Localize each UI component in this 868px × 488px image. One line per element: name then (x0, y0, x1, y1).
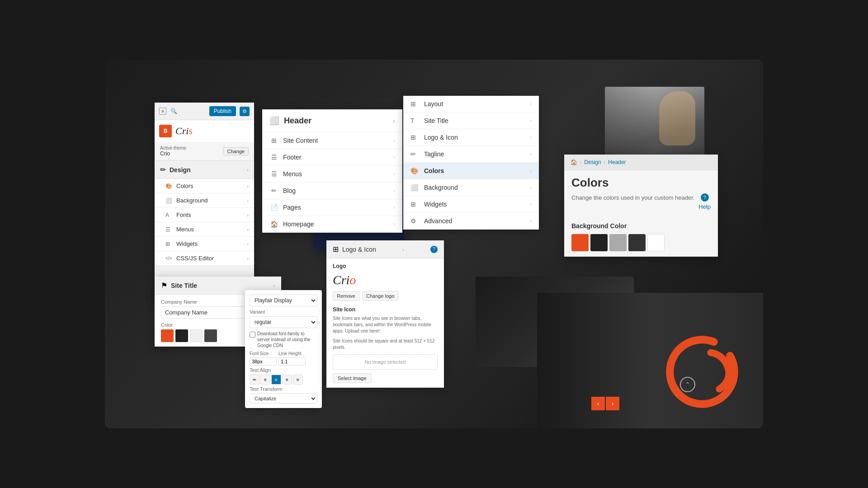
header-item-site-content[interactable]: ⊞ Site Content › (262, 132, 402, 149)
pages-label: Pages (283, 204, 301, 211)
sidebar-item-colors[interactable]: 🎨 Colors › (155, 179, 254, 193)
font-size-label: Font Size (250, 351, 277, 356)
carousel-next-button[interactable]: › (606, 397, 619, 410)
layout-label: Layout (424, 100, 443, 108)
site-icon-title: Site Icon (333, 306, 438, 313)
carousel-prev-button[interactable]: ‹ (591, 397, 605, 410)
colors-chevron-icon: › (247, 183, 249, 189)
align-edit-button[interactable]: ✏ (250, 375, 259, 385)
close-button[interactable]: ✕ (159, 108, 166, 115)
playfair-panel: Playfair Display Variant regular Downloa… (245, 290, 322, 408)
swatch-gray[interactable] (609, 234, 627, 251)
colors-item-advanced[interactable]: ⚙ Advanced › (403, 213, 539, 230)
blog-chevron-icon: › (393, 188, 395, 194)
logo-icon-box: B (159, 125, 172, 137)
fonts-label: Fonts (176, 211, 191, 218)
logo-icon-letter: B (164, 128, 168, 134)
align-justify-button[interactable]: ≡ (293, 375, 303, 385)
header-menus-chevron-icon: › (393, 171, 395, 177)
orange-logo-area (659, 329, 745, 415)
swatch-white[interactable] (647, 234, 665, 251)
logo-icon-sub-label: Logo & Icon (342, 246, 376, 253)
breadcrumb-home-icon: 🏠 (571, 159, 577, 165)
sidebar-item-menus[interactable]: ☰ Menus › (155, 222, 254, 237)
colors-item-tagline[interactable]: ✏ Tagline › (403, 146, 539, 163)
colors-description-text: Change the colors used in your custom he… (571, 193, 695, 202)
swatch-dark[interactable] (590, 234, 608, 251)
site-icon-size-note: Site Icons should be square and at least… (333, 338, 438, 351)
header-item-blog[interactable]: ✏ Blog › (262, 183, 402, 199)
sidebar-item-fonts[interactable]: A Fonts › (155, 208, 254, 222)
variant-select[interactable]: regular (250, 316, 317, 328)
sidebar-logo-area: B Cris (155, 120, 254, 142)
site-title-flag-icon: ⚑ (161, 281, 167, 290)
logo-icon-sub-header[interactable]: ⊞ Logo & Icon › ? (326, 240, 444, 258)
help-button[interactable]: ? (701, 193, 709, 202)
colors-item-logo-icon[interactable]: ⊞ Logo & Icon › (403, 129, 539, 146)
menus-label: Menus (176, 226, 194, 233)
sidebar-item-cssjs[interactable]: </> CSS/JS Editor › (155, 251, 254, 266)
site-title-menu-chevron-icon: › (530, 117, 532, 124)
colors-item-site-title[interactable]: T Site Title › (403, 113, 539, 129)
menus-chevron-icon: › (247, 227, 249, 232)
text-align-label: Text Align (250, 367, 317, 373)
logo-icon-help-icon[interactable]: ? (430, 246, 438, 253)
homepage-icon: 🏠 (269, 221, 278, 228)
colors-detail-title: Colors (564, 170, 718, 193)
help-link[interactable]: Help (698, 202, 711, 211)
colors-item-background[interactable]: ⬜ Background › (403, 179, 539, 196)
site-icon-desc: Site Icons are what you see in browser t… (333, 315, 438, 334)
site-content-chevron-icon: › (393, 137, 395, 144)
colors-item-widgets[interactable]: ⊞ Widgets › (403, 196, 539, 213)
align-center-button[interactable]: ≡ (271, 375, 281, 385)
header-item-pages[interactable]: 📄 Pages › (262, 199, 402, 216)
widgets-menu-label: Widgets (424, 201, 447, 208)
menus-icon: ☰ (165, 226, 173, 233)
fonts-chevron-icon: › (247, 212, 249, 218)
font-size-row: Font Size Line Height (250, 351, 317, 366)
search-button[interactable]: 🔍 (170, 108, 177, 115)
sidebar-item-widgets[interactable]: ⊞ Widgets › (155, 237, 254, 251)
background-label: Background (176, 197, 208, 204)
widgets-menu-chevron-icon: › (530, 201, 532, 207)
colors-menu-panel: ⊞ Layout › T Site Title › ⊞ Logo & Icon … (403, 96, 539, 230)
crio-logo-display: Crio (333, 273, 438, 287)
breadcrumb-header[interactable]: Header (608, 159, 626, 165)
change-logo-button[interactable]: Change logo (362, 291, 398, 301)
swatch-orange[interactable] (571, 234, 589, 251)
advanced-chevron-icon: › (530, 218, 532, 224)
text-transform-select[interactable]: Capitalize (250, 394, 317, 404)
active-theme-label: Active theme (160, 145, 186, 150)
no-image-text: No image selected (364, 359, 406, 365)
align-right-button[interactable]: ≡ (282, 375, 292, 385)
st-swatch-light[interactable] (190, 329, 203, 342)
header-item-menus[interactable]: ☰ Menus › (262, 166, 402, 183)
header-panel-header[interactable]: ⬜ Header › (262, 109, 402, 132)
breadcrumb: 🏠 › Design › Header (564, 155, 718, 170)
download-checkbox[interactable] (250, 332, 255, 338)
st-swatch-orange[interactable] (161, 329, 174, 342)
design-header[interactable]: ✏ Design › (155, 161, 254, 179)
align-left-button[interactable]: ≡ (260, 375, 270, 385)
colors-item-colors[interactable]: 🎨 Colors › (403, 163, 539, 179)
tagline-chevron-icon: › (530, 151, 532, 157)
text-align-buttons: ✏ ≡ ≡ ≡ ≡ (250, 375, 317, 385)
change-theme-button[interactable]: Change (223, 147, 249, 155)
st-swatch-dark2[interactable] (204, 329, 217, 342)
line-height-input[interactable] (278, 357, 306, 366)
header-menus-label: Menus (283, 170, 302, 178)
cssjs-chevron-icon: › (247, 256, 249, 261)
st-swatch-dark[interactable] (175, 329, 188, 342)
publish-settings-button[interactable]: ⚙ (240, 107, 250, 116)
select-image-button[interactable]: Select image (333, 373, 372, 383)
remove-logo-button[interactable]: Remove (333, 291, 359, 301)
publish-button[interactable]: Publish (209, 106, 236, 116)
colors-item-layout[interactable]: ⊞ Layout › (403, 96, 539, 113)
swatch-dark2[interactable] (628, 234, 646, 251)
font-size-input[interactable] (250, 357, 277, 366)
font-family-select[interactable]: Playfair Display (250, 295, 317, 306)
sidebar-item-background[interactable]: ⬜ Background › (155, 193, 254, 208)
header-item-homepage[interactable]: 🏠 Homepage › (262, 216, 402, 233)
header-item-footer[interactable]: ☰ Footer › (262, 149, 402, 166)
breadcrumb-design[interactable]: Design (584, 159, 601, 165)
